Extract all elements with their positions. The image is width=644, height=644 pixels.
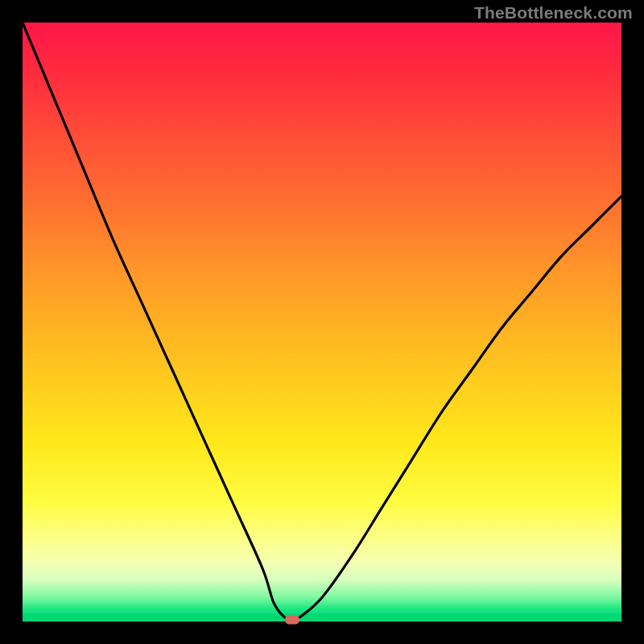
watermark-text: TheBottleneck.com	[474, 3, 633, 23]
chart-frame: TheBottleneck.com	[0, 0, 644, 644]
optimal-marker	[285, 615, 299, 624]
plot-area	[23, 23, 621, 621]
bottleneck-curve	[23, 23, 621, 621]
curve-path	[23, 23, 621, 621]
